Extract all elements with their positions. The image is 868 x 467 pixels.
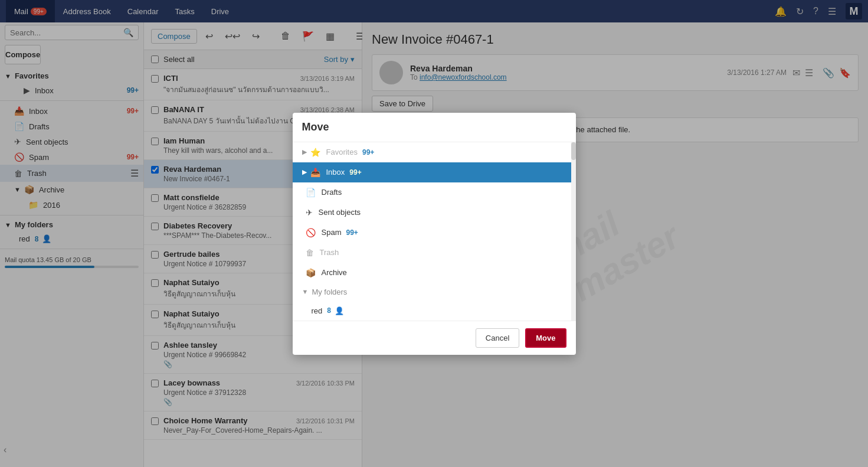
favorites-icon: ⭐ bbox=[310, 148, 320, 157]
my-folders-label: My folders bbox=[312, 288, 347, 296]
trash-icon: 🗑 bbox=[306, 248, 314, 257]
spam-icon: 🚫 bbox=[306, 228, 316, 237]
modal-scrollbar-thumb[interactable] bbox=[571, 142, 576, 160]
modal-footer: Cancel Move bbox=[293, 321, 576, 355]
spam-label: Spam bbox=[322, 228, 342, 237]
red-label: red bbox=[312, 306, 323, 315]
archive-label: Archive bbox=[322, 268, 347, 277]
expand-icon: ▶ bbox=[302, 168, 307, 176]
move-dialog: Move ▶ ⭐ Favorites 99+ ▶ 📥 Inbox 99+ 📄 D… bbox=[293, 113, 576, 355]
person-icon: 👤 bbox=[335, 306, 344, 315]
modal-overlay[interactable]: Move ▶ ⭐ Favorites 99+ ▶ 📥 Inbox 99+ 📄 D… bbox=[0, 0, 868, 467]
inbox-label: Inbox bbox=[326, 168, 345, 177]
cancel-button[interactable]: Cancel bbox=[476, 328, 519, 348]
sent-icon: ✈ bbox=[306, 208, 313, 217]
move-folder-inbox[interactable]: ▶ 📥 Inbox 99+ bbox=[293, 162, 576, 182]
inbox-badge: 99+ bbox=[349, 168, 361, 177]
trash-label: Trash bbox=[320, 248, 339, 257]
sent-label: Sent objects bbox=[319, 208, 361, 217]
move-folder-favorites[interactable]: ▶ ⭐ Favorites 99+ bbox=[293, 142, 576, 162]
inbox-icon: 📥 bbox=[310, 168, 320, 177]
archive-icon: 📦 bbox=[306, 268, 316, 277]
spam-badge: 99+ bbox=[346, 228, 358, 237]
move-folder-archive[interactable]: 📦 Archive bbox=[293, 263, 576, 283]
move-button[interactable]: Move bbox=[525, 328, 566, 348]
expand-icon: ▶ bbox=[302, 148, 307, 156]
move-folder-trash[interactable]: 🗑 Trash bbox=[293, 243, 576, 263]
drafts-icon: 📄 bbox=[306, 188, 316, 197]
drafts-label: Drafts bbox=[322, 188, 342, 197]
move-folder-spam[interactable]: 🚫 Spam 99+ bbox=[293, 223, 576, 243]
red-badge: 8 bbox=[327, 306, 331, 315]
favorites-badge: 99+ bbox=[362, 148, 374, 156]
move-folder-sent[interactable]: ✈ Sent objects bbox=[293, 203, 576, 223]
modal-body: ▶ ⭐ Favorites 99+ ▶ 📥 Inbox 99+ 📄 Drafts bbox=[293, 142, 576, 321]
move-folder-drafts[interactable]: 📄 Drafts bbox=[293, 182, 576, 203]
modal-scrollbar-track[interactable] bbox=[571, 142, 576, 321]
move-folder-red[interactable]: red 8 👤 bbox=[293, 301, 576, 321]
expand-icon: ▼ bbox=[302, 288, 309, 295]
favorites-label: Favorites bbox=[326, 148, 358, 156]
move-dialog-title: Move bbox=[293, 113, 576, 142]
my-folders-section[interactable]: ▼ My folders bbox=[293, 283, 576, 301]
